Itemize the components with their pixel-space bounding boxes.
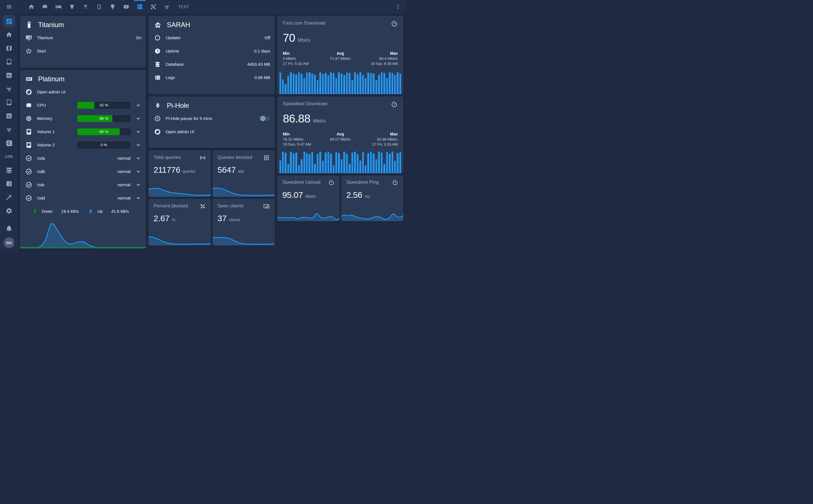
column-1: Titanium Titanium On Start Platinum Open… [20, 16, 146, 252]
sidebar-item-bio-2[interactable]: ☣ [3, 123, 15, 136]
menu-button[interactable] [0, 0, 18, 14]
tab-media[interactable] [119, 0, 133, 14]
log-text-icon: LOG [5, 155, 13, 159]
card-title: Speedtest Ping [346, 179, 379, 185]
download-arrow-icon [32, 209, 38, 214]
entity-row-updater[interactable]: Updater Off [148, 31, 275, 44]
door-icon [96, 4, 102, 10]
disk-row-sdb[interactable]: /sdb normal [20, 165, 146, 178]
tab-entry[interactable] [92, 0, 106, 14]
sidebar-item-terminal[interactable] [3, 178, 15, 190]
entity-row-titanium-switch[interactable]: Titanium On [20, 31, 146, 44]
harddisk-icon [25, 128, 32, 135]
memory-meter: 66 % [77, 115, 130, 122]
speedtest-ping-card[interactable]: Speedtest Ping 2.56 ms [341, 176, 404, 221]
entity-state: Off [264, 35, 270, 40]
entity-row-uptime[interactable]: Uptime 0.1 days [148, 44, 275, 58]
chevron-down-icon[interactable] [135, 195, 141, 201]
sidebar-item-dashboard[interactable] [3, 15, 15, 27]
notifications-button[interactable] [3, 222, 15, 235]
pihole-card-header: Pi-Hole [148, 97, 275, 112]
sidebar-item-tablet-2[interactable] [3, 96, 15, 109]
speedtest-download-card[interactable]: Speedtest Download 86.88 Mbit/s Min Avg … [277, 97, 403, 173]
card-title: Titanium [38, 21, 64, 29]
tab-test[interactable]: TEST [174, 0, 194, 14]
max-value: 92.88 Mbit/s [359, 137, 398, 141]
list-icon [154, 74, 161, 81]
start-button-row[interactable]: Start [20, 44, 146, 58]
card-title: Pi-Hole [167, 102, 189, 109]
chevron-down-icon[interactable] [135, 102, 141, 108]
chevron-down-icon[interactable] [135, 168, 141, 175]
volume1-meter: 80 % [77, 128, 130, 135]
user-avatar[interactable]: GG [4, 237, 14, 248]
overflow-menu-button[interactable] [392, 0, 404, 14]
tab-home[interactable] [25, 0, 38, 14]
chevron-down-icon[interactable] [135, 182, 141, 188]
tab-lab[interactable]: ☣ [160, 0, 174, 14]
open-admin-ui-row[interactable]: Open admin UI [148, 125, 275, 138]
sidebar-item-bio-1[interactable]: ☣ [3, 83, 15, 95]
sidebar-item-tablet-1[interactable] [3, 56, 15, 68]
meter-label: Memory [37, 116, 52, 121]
open-admin-ui-label: Open admin UI [37, 89, 65, 94]
max-label: Max [359, 132, 398, 136]
pihole-pause-toggle[interactable] [260, 117, 270, 120]
sidebar-item-network[interactable] [3, 164, 15, 176]
sidebar-item-map[interactable] [3, 42, 15, 54]
disk-row-sda[interactable]: /sda normal [20, 152, 146, 165]
tab-bathroom[interactable] [79, 0, 92, 14]
meter-row-volume2[interactable]: Volume 2 0 % [20, 138, 146, 152]
open-admin-ui-row[interactable]: Open admin UI [20, 85, 146, 98]
fastcom-download-card[interactable]: Fast.com Download 70 Mbit/s Min Avg Max … [277, 16, 403, 94]
biohazard-icon: ☣ [6, 126, 12, 133]
server-network-icon [6, 167, 12, 174]
stat-sparkline [212, 230, 275, 246]
disk-row-sdc[interactable]: /sdc normal [20, 178, 146, 191]
server-icon [137, 4, 143, 10]
tab-servers-active[interactable] [133, 0, 146, 14]
queries-blocked-card[interactable]: Queries blocked 5647 ads [212, 150, 275, 197]
chevron-down-icon[interactable] [135, 115, 141, 122]
sidebar-item-settings[interactable] [3, 205, 15, 217]
tab-living-room[interactable] [38, 0, 52, 14]
avg-label: Avg [321, 132, 359, 136]
sidebar-item-stats-1[interactable] [3, 69, 15, 82]
tab-bedroom[interactable] [52, 0, 65, 14]
tab-tools[interactable] [146, 0, 160, 14]
min-label: Min [283, 132, 321, 136]
sidebar-item-home[interactable] [3, 29, 15, 41]
firefox-icon [154, 128, 161, 135]
upload-label: Up [97, 209, 103, 214]
entity-label: Uptime [166, 49, 179, 53]
card-title: Fast.com Download [283, 20, 325, 26]
upload-rate[interactable]: Up 41.6 kB/s [88, 209, 143, 214]
entity-row-database[interactable]: Database 4450.43 MB [148, 58, 275, 71]
meter-row-volume1[interactable]: Volume 1 80 % [20, 125, 146, 138]
tab-kitchen[interactable] [65, 0, 79, 14]
sidebar-item-developer-tools[interactable] [3, 191, 15, 203]
meter-value: 66 % [77, 115, 130, 122]
sidebar-item-stats-2[interactable] [3, 110, 15, 122]
percent-blocked-card[interactable]: Percent blocked 2.67 % [148, 199, 211, 246]
sidebar-item-log[interactable]: LOG [3, 150, 15, 163]
chevron-down-icon[interactable] [135, 142, 141, 148]
disk-row-sdd[interactable]: /sdd normal [20, 191, 146, 205]
chevron-down-icon[interactable] [135, 155, 141, 161]
sidebar-item-c[interactable]: C [3, 137, 15, 149]
stat-unit: ads [238, 169, 244, 174]
seen-clients-card[interactable]: Seen clients 37 clients [212, 199, 275, 246]
tab-lights[interactable] [106, 0, 119, 14]
meter-label: Volume 1 [37, 129, 55, 134]
chevron-down-icon[interactable] [135, 129, 141, 135]
sofa-icon [42, 4, 48, 10]
speedtest-upload-card[interactable]: Speedtest Upload 95.07 Mbit/s [277, 176, 339, 221]
meter-row-memory[interactable]: Memory 66 % [20, 112, 146, 125]
meter-row-cpu[interactable]: CPU 32 % [20, 98, 146, 112]
total-queries-card[interactable]: Total queries 211776 queries [148, 150, 211, 197]
card-title: Speedtest Upload [282, 179, 320, 185]
entity-row-logs[interactable]: Logs 0.06 MB [148, 71, 275, 84]
download-rate[interactable]: Down 19.4 kB/s [32, 209, 88, 214]
sidebar: ☣ ☣ C LOG GG [0, 14, 18, 252]
chart-box-icon [6, 72, 12, 79]
